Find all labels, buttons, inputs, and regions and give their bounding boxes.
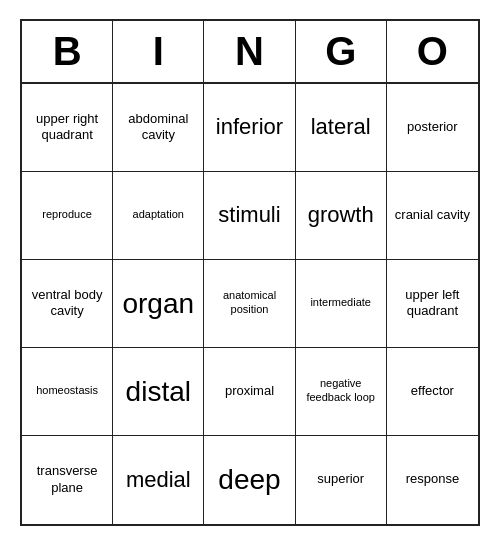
bingo-cell: posterior <box>387 84 478 172</box>
header-letter: I <box>113 21 204 82</box>
bingo-cell: cranial cavity <box>387 172 478 260</box>
header-letter: B <box>22 21 113 82</box>
bingo-cell: organ <box>113 260 204 348</box>
bingo-cell: deep <box>204 436 295 524</box>
bingo-cell: inferior <box>204 84 295 172</box>
bingo-cell: anatomical position <box>204 260 295 348</box>
bingo-grid: upper right quadrantabdominal cavityinfe… <box>22 84 478 524</box>
bingo-cell: response <box>387 436 478 524</box>
header-letter: N <box>204 21 295 82</box>
header-letter: G <box>296 21 387 82</box>
bingo-cell: growth <box>296 172 387 260</box>
bingo-cell: effector <box>387 348 478 436</box>
bingo-cell: reproduce <box>22 172 113 260</box>
bingo-cell: transverse plane <box>22 436 113 524</box>
bingo-cell: upper left quadrant <box>387 260 478 348</box>
bingo-cell: homeostasis <box>22 348 113 436</box>
bingo-cell: upper right quadrant <box>22 84 113 172</box>
header-letter: O <box>387 21 478 82</box>
bingo-cell: intermediate <box>296 260 387 348</box>
bingo-cell: superior <box>296 436 387 524</box>
bingo-header: BINGO <box>22 21 478 84</box>
bingo-cell: proximal <box>204 348 295 436</box>
bingo-cell: stimuli <box>204 172 295 260</box>
bingo-card: BINGO upper right quadrantabdominal cavi… <box>20 19 480 526</box>
bingo-cell: ventral body cavity <box>22 260 113 348</box>
bingo-cell: medial <box>113 436 204 524</box>
bingo-cell: distal <box>113 348 204 436</box>
bingo-cell: lateral <box>296 84 387 172</box>
bingo-cell: abdominal cavity <box>113 84 204 172</box>
bingo-cell: negative feedback loop <box>296 348 387 436</box>
bingo-cell: adaptation <box>113 172 204 260</box>
